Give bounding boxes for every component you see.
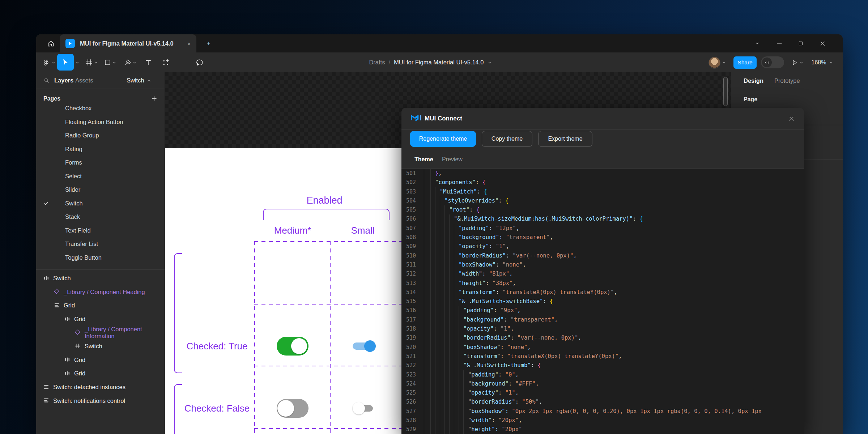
page-item-floating-action-button[interactable]: Floating Action Button	[36, 115, 165, 129]
dialog-close-icon[interactable]	[787, 114, 796, 123]
window-minimize-button[interactable]	[771, 34, 787, 52]
regenerate-theme-button[interactable]: Regenerate theme	[410, 131, 476, 147]
tab-close-icon[interactable]: ×	[187, 41, 191, 47]
frame-tool-chevron-icon[interactable]	[93, 52, 99, 72]
pages-list: CheckboxFloating Action ButtonRadio Grou…	[36, 102, 165, 264]
export-theme-button[interactable]: Export theme	[538, 131, 592, 147]
present-button[interactable]	[790, 52, 799, 72]
breadcrumb-file-name[interactable]: MUI for Figma Material UI-v5.14.0	[394, 59, 484, 66]
code-line: 510"borderRadius": "var(--none, 0px)",	[401, 251, 804, 260]
comment-tool-button[interactable]	[194, 52, 206, 72]
grid-dashed-line	[254, 241, 255, 434]
page-item-rating[interactable]: Rating	[36, 142, 165, 156]
zoom-level[interactable]: 168%	[809, 52, 829, 72]
tab-design[interactable]: Design	[744, 72, 763, 89]
page-item-radio-group[interactable]: Radio Group	[36, 129, 165, 142]
column-label-small: Small	[351, 225, 374, 236]
code-line: 506"&.MuiSwitch-sizeMedium:has(.MuiSwitc…	[401, 214, 804, 224]
page-item-slider[interactable]: Slider	[36, 183, 165, 197]
actions-tool-button[interactable]	[160, 52, 171, 72]
desktop-background: MUI for Figma Material UI-v5.14.0 × +	[0, 0, 868, 434]
rows-icon	[43, 397, 50, 404]
move-tool-button[interactable]	[57, 54, 74, 71]
code-line: 509"opacity": "1",	[401, 242, 804, 251]
theme-code-editor[interactable]: 501},502"components": {503"MuiSwitch": {…	[401, 169, 804, 434]
tab-prototype[interactable]: Prototype	[774, 72, 800, 89]
layer-row-grid[interactable]: Grid	[36, 353, 165, 367]
switch-medium-gray-md[interactable]	[277, 399, 309, 418]
switch-small-blue-sm[interactable]	[353, 340, 376, 352]
move-tool-chevron-icon[interactable]	[75, 52, 80, 72]
layer-row--library-component-information[interactable]: _Library / Component Information	[36, 326, 165, 340]
window-close-button[interactable]	[814, 34, 830, 52]
avatar-chevron-icon[interactable]	[721, 52, 727, 72]
layer-row-grid[interactable]: Grid	[36, 312, 165, 326]
tab-assets[interactable]: Assets	[75, 72, 93, 89]
page-selector[interactable]: Switch	[127, 72, 151, 89]
avatar[interactable]	[709, 57, 720, 69]
page-item-checkbox[interactable]: Checkbox	[36, 102, 165, 115]
page-item-forms[interactable]: Forms	[36, 156, 165, 170]
layer-label: _Library / Component Information	[85, 326, 165, 340]
page-item-switch[interactable]: Switch	[36, 197, 165, 210]
dialog-tab-preview[interactable]: Preview	[442, 150, 463, 169]
page-section-label: Page	[744, 96, 757, 103]
breadcrumb-folder[interactable]: Drafts	[369, 59, 385, 66]
switch-small-gray-sm[interactable]	[353, 402, 376, 414]
layer-label: Switch: notifications control	[53, 397, 125, 404]
hand-tool-button[interactable]	[177, 52, 189, 72]
line-number: 517	[401, 315, 424, 324]
add-page-icon[interactable]	[151, 95, 157, 102]
home-button[interactable]	[41, 34, 60, 52]
share-button[interactable]: Share	[733, 56, 757, 69]
line-number: 528	[401, 416, 424, 425]
layer-row-grid[interactable]: Grid	[36, 299, 165, 312]
text-tool-button[interactable]	[142, 52, 154, 72]
dialog-tab-theme[interactable]: Theme	[414, 150, 433, 169]
search-icon[interactable]	[43, 77, 50, 84]
dev-mode-toggle[interactable]	[761, 56, 784, 68]
divider	[731, 89, 843, 89]
shape-tool-chevron-icon[interactable]	[111, 52, 117, 72]
rows-icon	[54, 302, 60, 309]
breadcrumb: Drafts / MUI for Figma Material UI-v5.14…	[358, 52, 503, 72]
row-group-bracket	[174, 384, 182, 434]
copy-theme-button[interactable]: Copy theme	[482, 131, 532, 147]
layer-row-switch[interactable]: Switch	[36, 340, 165, 353]
line-number: 502	[401, 178, 424, 187]
layer-row-switch-detached-instances[interactable]: Switch: detached instances	[36, 380, 165, 394]
page-item-stack[interactable]: Stack	[36, 210, 165, 224]
tab-layers[interactable]: Layers	[54, 72, 73, 89]
layer-row-switch-notifications-control[interactable]: Switch: notifications control	[36, 394, 165, 408]
code-line: 523"padding": "0",	[401, 370, 804, 379]
grid-dashed-line	[330, 241, 331, 434]
code-line: 507"padding": "12px",	[401, 224, 804, 233]
main-menu-chevron-icon[interactable]	[51, 52, 56, 72]
column-label-medium: Medium*	[274, 225, 311, 236]
dialog-title: MUI Connect	[425, 108, 462, 129]
present-chevron-icon[interactable]	[799, 52, 804, 72]
file-tab[interactable]: MUI for Figma Material UI-v5.14.0 ×	[60, 34, 196, 52]
line-number: 524	[401, 379, 424, 388]
pen-tool-chevron-icon[interactable]	[132, 52, 137, 72]
page-item-toggle-button[interactable]: Toggle Button	[36, 251, 165, 265]
page-item-select[interactable]: Select	[36, 170, 165, 183]
canvas-scrollbar[interactable]	[723, 77, 728, 106]
window-maximize-button[interactable]	[793, 34, 809, 52]
window-menu-chevron-icon[interactable]	[749, 34, 765, 52]
breadcrumb-chevron-icon[interactable]	[488, 60, 492, 65]
pen-icon	[124, 59, 131, 66]
page-item-text-field[interactable]: Text Field	[36, 224, 165, 238]
autolayout-icon	[43, 275, 50, 282]
layer-row-grid[interactable]: Grid	[36, 367, 165, 380]
left-sidebar: Layers Assets Switch Pages CheckboxFloat…	[36, 72, 165, 434]
zoom-chevron-icon[interactable]	[828, 52, 834, 72]
new-tab-button[interactable]: +	[200, 34, 218, 52]
layer-row--library-component-heading[interactable]: _Library / Component Heading	[36, 285, 165, 299]
page-item-label: Radio Group	[65, 132, 99, 139]
page-item-label: Rating	[65, 146, 82, 153]
line-number: 513	[401, 279, 424, 288]
switch-medium-green-md[interactable]	[277, 337, 309, 356]
page-item-transfer-list[interactable]: Transfer List	[36, 237, 165, 251]
layer-row-switch[interactable]: Switch	[36, 272, 165, 285]
